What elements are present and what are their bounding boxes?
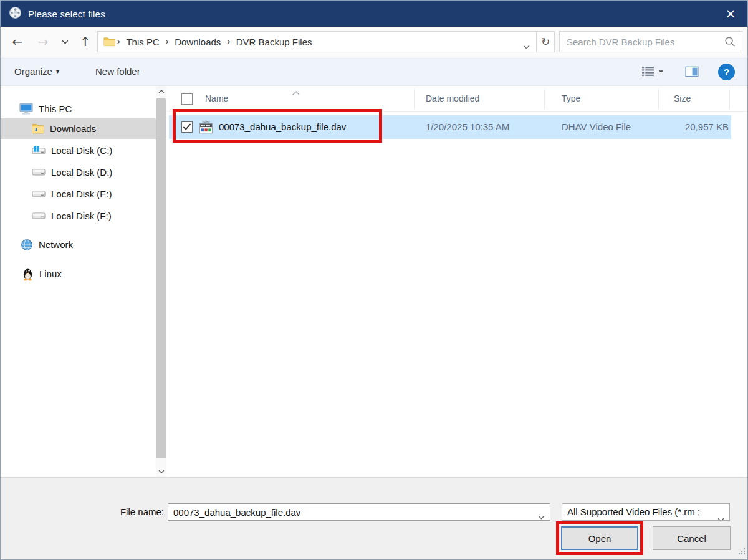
file-name-input[interactable] bbox=[168, 504, 550, 520]
drive-icon bbox=[32, 211, 46, 221]
file-row-selected[interactable]: video 00073_dahua_backup_file.dav 1/20/2… bbox=[169, 115, 731, 139]
organize-label: Organize bbox=[14, 66, 52, 77]
breadcrumb-separator: › bbox=[164, 36, 170, 49]
search-box bbox=[559, 31, 742, 52]
sidebar-item-label: This PC bbox=[39, 103, 72, 114]
sidebar-item-downloads[interactable]: Downloads bbox=[1, 118, 156, 139]
caret-down-icon bbox=[658, 70, 664, 74]
dialog-content: This PC Downloads Local Disk (C:) Local … bbox=[1, 86, 748, 477]
sidebar-item-label: Local Disk (E:) bbox=[51, 189, 112, 199]
column-header-name[interactable]: Name bbox=[205, 86, 228, 112]
refresh-button[interactable]: ↻ bbox=[537, 31, 555, 52]
file-type-dropdown[interactable]: All Supported Video Files (*.rm ; bbox=[562, 503, 730, 521]
sidebar-item-local-disk-f[interactable]: Local Disk (F:) bbox=[1, 206, 156, 226]
sidebar-item-network[interactable]: Network bbox=[1, 234, 156, 255]
new-folder-button[interactable]: New folder bbox=[95, 57, 140, 85]
sort-ascending-icon bbox=[292, 87, 300, 98]
details-view-icon bbox=[641, 66, 654, 77]
file-list: Name Date modified Type Size video bbox=[166, 86, 748, 477]
column-header-row: Name Date modified Type Size bbox=[166, 86, 748, 112]
chevron-down-icon bbox=[158, 470, 165, 473]
sidebar-item-label: Network bbox=[39, 239, 73, 250]
file-name-mnemonic: n bbox=[138, 506, 143, 517]
column-divider[interactable] bbox=[414, 89, 415, 109]
navigation-pane: This PC Downloads Local Disk (C:) Local … bbox=[1, 86, 156, 477]
date-modified-cell: 1/20/2025 10:35 AM bbox=[426, 115, 509, 139]
close-button[interactable]: × bbox=[714, 1, 747, 27]
sidebar-item-label: Downloads bbox=[50, 123, 96, 134]
column-divider[interactable] bbox=[544, 89, 545, 109]
up-button[interactable]: ↑ bbox=[75, 27, 96, 57]
drive-icon bbox=[32, 168, 46, 177]
open-button[interactable]: Open bbox=[561, 526, 638, 550]
sidebar-item-label: Linux bbox=[39, 268, 62, 279]
file-name-label: File name: bbox=[69, 506, 164, 517]
chevron-down-icon bbox=[717, 511, 724, 521]
preview-pane-button[interactable] bbox=[685, 57, 699, 85]
chevron-down-icon bbox=[62, 40, 69, 44]
column-header-size[interactable]: Size bbox=[674, 86, 691, 112]
sidebar-item-label: Local Disk (C:) bbox=[51, 145, 112, 156]
chevron-up-icon bbox=[158, 90, 165, 93]
breadcrumb-downloads[interactable]: Downloads bbox=[170, 37, 225, 47]
preview-pane-icon bbox=[685, 66, 699, 77]
cancel-button[interactable]: Cancel bbox=[653, 526, 731, 550]
scrollbar-down-button[interactable] bbox=[156, 466, 166, 477]
recent-locations-button[interactable] bbox=[57, 27, 73, 57]
sidebar-item-local-disk-d[interactable]: Local Disk (D:) bbox=[1, 162, 156, 183]
back-button[interactable]: ← bbox=[6, 27, 29, 57]
breadcrumb-dvr-backup-files[interactable]: DVR Backup Files bbox=[232, 37, 317, 47]
svg-text:video: video bbox=[202, 120, 210, 123]
column-header-date-modified[interactable]: Date modified bbox=[426, 86, 479, 112]
file-name-label-text: ame: bbox=[143, 506, 164, 517]
sidebar-item-label: Local Disk (D:) bbox=[51, 167, 112, 178]
breadcrumb-separator: › bbox=[115, 36, 122, 49]
file-name-label-text: File bbox=[120, 506, 138, 517]
column-divider[interactable] bbox=[729, 89, 730, 109]
sidebar-item-linux[interactable]: Linux bbox=[1, 263, 156, 284]
sidebar-item-local-disk-e[interactable]: Local Disk (E:) bbox=[1, 184, 156, 204]
type-cell: DHAV Video File bbox=[562, 115, 631, 139]
resize-grip[interactable] bbox=[737, 546, 746, 558]
address-bar[interactable]: › This PC › Downloads › DVR Backup Files bbox=[97, 31, 537, 52]
scrollbar-thumb[interactable] bbox=[156, 98, 166, 458]
new-folder-label: New folder bbox=[95, 66, 140, 77]
drive-icon bbox=[32, 189, 46, 199]
select-all-checkbox[interactable] bbox=[181, 93, 193, 105]
column-header-type[interactable]: Type bbox=[562, 86, 580, 112]
view-mode-button[interactable] bbox=[641, 57, 664, 85]
caret-down-icon: ▾ bbox=[56, 68, 59, 75]
file-name-combobox bbox=[168, 503, 550, 521]
open-mnemonic: O bbox=[588, 533, 596, 544]
forward-button[interactable]: → bbox=[32, 27, 54, 57]
address-dropdown-chevron-icon[interactable] bbox=[523, 40, 530, 52]
row-checkbox-checked[interactable] bbox=[181, 121, 193, 133]
system-drive-icon bbox=[32, 146, 46, 155]
open-label: pen bbox=[595, 533, 611, 544]
chevron-down-icon[interactable] bbox=[538, 511, 545, 522]
sidebar-item-label: Local Disk (F:) bbox=[51, 211, 112, 221]
dialog-footer: File name: All Supported Video Files (*.… bbox=[1, 477, 748, 560]
help-button[interactable]: ? bbox=[718, 64, 735, 80]
window-title: Please select files bbox=[28, 9, 105, 19]
organize-button[interactable]: Organize ▾ bbox=[14, 57, 59, 85]
dav-video-file-icon: video bbox=[198, 119, 214, 138]
network-icon bbox=[21, 239, 33, 251]
file-open-dialog: Please select files × ← → ↑ › This PC › … bbox=[0, 0, 748, 560]
app-icon bbox=[9, 6, 22, 22]
column-divider[interactable] bbox=[658, 89, 659, 109]
title-bar: Please select files × bbox=[1, 1, 747, 27]
folder-icon[interactable] bbox=[103, 37, 115, 47]
navigation-bar: ← → ↑ › This PC › Downloads › DVR Backup… bbox=[1, 27, 747, 57]
size-cell: 20,957 KB bbox=[641, 115, 729, 139]
file-type-value: All Supported Video Files (*.rm ; bbox=[567, 506, 700, 517]
downloads-folder-icon bbox=[32, 123, 44, 134]
sidebar-item-local-disk-c[interactable]: Local Disk (C:) bbox=[1, 140, 156, 161]
scrollbar-up-button[interactable] bbox=[156, 86, 166, 97]
search-icon[interactable] bbox=[724, 36, 736, 47]
sidebar-item-this-pc[interactable]: This PC bbox=[1, 98, 156, 119]
sidebar-scrollbar[interactable] bbox=[156, 86, 166, 477]
breadcrumb-this-pc[interactable]: This PC bbox=[122, 37, 163, 47]
search-input[interactable] bbox=[560, 37, 724, 47]
breadcrumb-separator: › bbox=[225, 36, 231, 49]
